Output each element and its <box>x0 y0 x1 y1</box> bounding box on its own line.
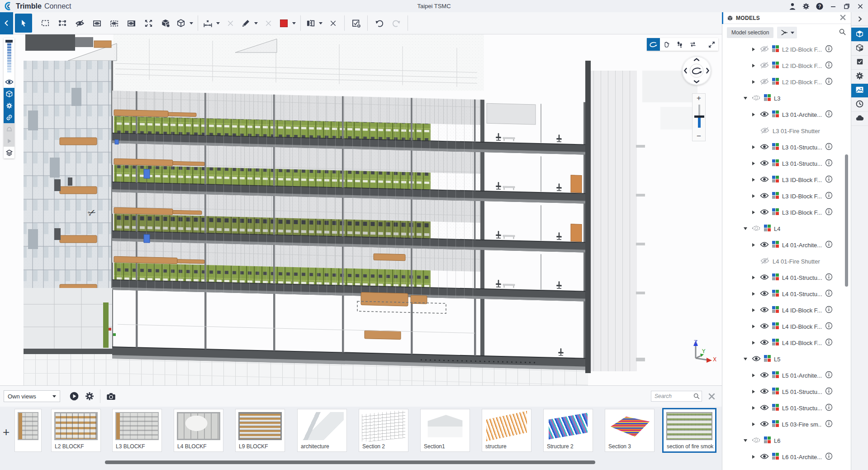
model-tree-row[interactable]: L4 01-Structu... <box>722 286 851 302</box>
section-plane-dropdown[interactable] <box>317 14 324 33</box>
show-only-box-button[interactable] <box>123 14 140 33</box>
zoom-track[interactable] <box>693 103 705 132</box>
tab-todo[interactable] <box>851 56 868 70</box>
models-scrollbar[interactable] <box>845 154 848 287</box>
walk-tool[interactable] <box>673 38 686 51</box>
model-tree-row[interactable]: L4 01-Fire Shutter <box>722 253 851 269</box>
clear-markups-button[interactable] <box>260 14 277 33</box>
visibility-toggle-eye-icon[interactable] <box>760 209 769 216</box>
model-info-icon[interactable] <box>825 208 833 217</box>
section-slider[interactable] <box>4 38 14 76</box>
measure-dropdown[interactable] <box>214 14 222 33</box>
visibility-toggle-eye-icon[interactable] <box>760 274 769 282</box>
select-tool-button[interactable] <box>15 14 32 33</box>
close-views-panel-button[interactable] <box>705 389 718 403</box>
model-tree-row[interactable]: L3 01-Structu... <box>722 155 851 172</box>
visibility-toggle-eye-icon[interactable] <box>760 176 769 184</box>
markup-color-swatch[interactable] <box>277 14 290 33</box>
model-tree-row[interactable]: L3 ID-Block F... <box>722 188 851 204</box>
tree-expander[interactable] <box>750 275 757 280</box>
object-settings-cube-button[interactable] <box>157 14 174 33</box>
tab-objects[interactable] <box>851 42 868 56</box>
tree-expander[interactable] <box>750 80 757 84</box>
model-info-icon[interactable] <box>825 77 833 86</box>
view-cube-icon[interactable] <box>4 88 14 100</box>
model-tree-row[interactable]: L2 ID-Block F... <box>722 74 851 90</box>
ghost-mode-icon[interactable] <box>4 123 14 135</box>
model-info-icon[interactable] <box>825 192 833 201</box>
model-info-icon[interactable] <box>825 306 833 315</box>
tab-sync[interactable] <box>851 112 868 126</box>
visibility-toggle-eye-icon[interactable] <box>760 127 769 135</box>
model-info-icon[interactable] <box>825 403 833 412</box>
fit-view-button[interactable] <box>140 14 157 33</box>
tree-expander[interactable] <box>750 373 757 378</box>
model-info-icon[interactable] <box>825 159 833 168</box>
tree-expander[interactable] <box>750 194 757 198</box>
visibility-toggle-eye-icon[interactable] <box>760 46 769 53</box>
close-models-panel-button[interactable] <box>840 14 846 23</box>
model-tree-row[interactable]: L5 01-Archite... <box>722 367 851 384</box>
view-thumbnail[interactable]: L9 BLOCKF <box>235 409 285 452</box>
model-info-icon[interactable] <box>825 387 833 396</box>
visibility-toggle-eye-icon[interactable] <box>752 437 761 445</box>
visibility-toggle-eye-icon[interactable] <box>760 144 769 151</box>
markup-color-dropdown[interactable] <box>290 14 298 33</box>
view-cube-dropdown[interactable] <box>188 14 195 33</box>
restore-button[interactable] <box>841 1 853 12</box>
model-tree-row[interactable]: L3 ID-Block F... <box>722 172 851 188</box>
isolate-dashed-box-button[interactable] <box>105 14 123 33</box>
remove-section-button[interactable] <box>324 14 342 33</box>
zoom-slider[interactable]: + − <box>692 93 706 141</box>
tree-expander[interactable] <box>750 422 757 427</box>
model-tree-row[interactable]: L6 01-Archite... <box>722 449 851 465</box>
tree-expander[interactable] <box>750 324 757 329</box>
model-tree-row[interactable]: L5 01-Structu... <box>722 384 851 400</box>
visibility-toggle-eye-icon[interactable] <box>752 95 761 102</box>
model-info-icon[interactable] <box>825 273 833 282</box>
settings-gear-icon[interactable] <box>800 1 812 12</box>
model-info-icon[interactable] <box>825 289 833 298</box>
back-button[interactable] <box>0 12 13 34</box>
view-cube-button[interactable] <box>174 14 188 33</box>
undo-button[interactable] <box>370 14 388 33</box>
link-objects-icon[interactable] <box>4 111 14 123</box>
visibility-toggle-eye-icon[interactable] <box>760 111 769 119</box>
tree-expander[interactable] <box>750 63 757 68</box>
view-thumbnail[interactable]: structure <box>482 409 531 452</box>
model-info-icon[interactable] <box>825 420 833 429</box>
model-info-icon[interactable] <box>825 452 833 461</box>
model-tree-row[interactable]: L2 ID-Block F... <box>722 58 851 74</box>
clear-measurements-button[interactable] <box>222 14 239 33</box>
model-tree-row[interactable]: L3 01-Structu... <box>722 139 851 155</box>
settings-gear-icon[interactable] <box>4 100 14 111</box>
visibility-toggle-eye-icon[interactable] <box>760 307 769 314</box>
view-thumbnail[interactable]: L4 BLOCKF <box>174 409 223 452</box>
viewport-3d-canvas[interactable]: ✂ <box>0 34 722 385</box>
tree-expander[interactable] <box>750 47 757 52</box>
model-tree-row[interactable]: L3 01-Archite... <box>722 106 851 123</box>
tree-expander[interactable] <box>750 389 757 394</box>
model-info-icon[interactable] <box>825 240 833 249</box>
fullscreen-tool[interactable] <box>705 38 718 51</box>
model-selection-button[interactable]: Model selection <box>727 27 773 38</box>
layers-icon[interactable] <box>4 147 14 158</box>
models-search-icon[interactable] <box>839 28 846 38</box>
thumbnails-scrollbar[interactable] <box>105 460 595 464</box>
measure-tool-button[interactable] <box>201 14 214 33</box>
model-info-icon[interactable] <box>825 143 833 152</box>
view-thumbnail[interactable]: Section 3 <box>605 409 655 452</box>
model-info-icon[interactable] <box>825 45 833 54</box>
view-thumbnail[interactable]: L3 BLOCKF <box>112 409 162 452</box>
visibility-eye-icon[interactable] <box>4 76 14 88</box>
visibility-toggle-eye-icon[interactable] <box>760 160 769 168</box>
minimize-button[interactable] <box>827 1 839 12</box>
tree-expander[interactable] <box>750 406 757 410</box>
visibility-toggle-eye-icon[interactable] <box>760 192 769 200</box>
view-thumbnail[interactable]: architecture <box>297 409 347 452</box>
markup-pen-button[interactable] <box>239 14 252 33</box>
tab-views[interactable] <box>851 84 868 98</box>
tree-expander[interactable] <box>750 210 757 215</box>
tree-expander[interactable] <box>742 96 749 100</box>
search-icon[interactable] <box>693 393 700 402</box>
